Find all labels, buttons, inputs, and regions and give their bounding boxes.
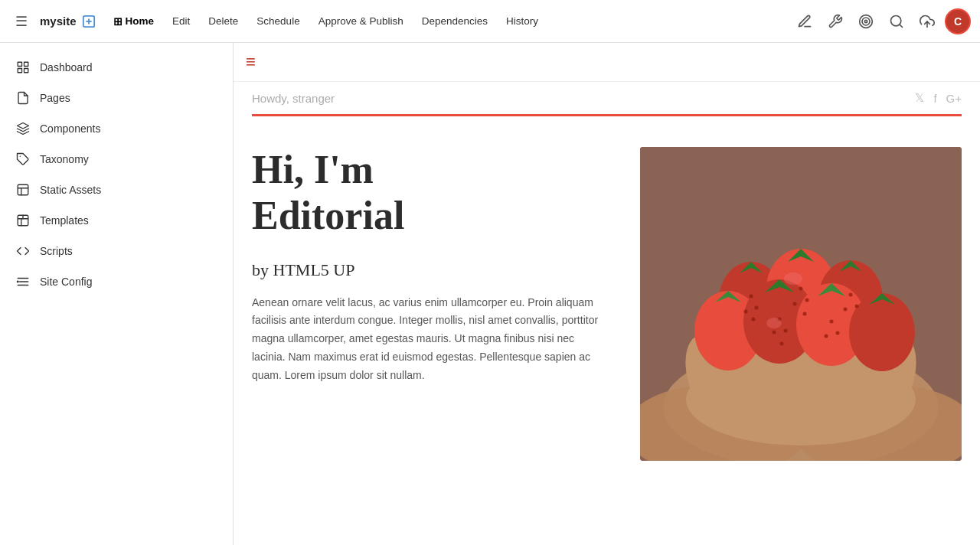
svg-point-49: [755, 306, 759, 310]
hamburger-menu[interactable]: ☰: [9, 9, 34, 34]
sidebar-item-label: Components: [40, 122, 100, 135]
svg-point-65: [825, 335, 828, 338]
preview-hamburger-icon[interactable]: ≡: [246, 52, 256, 72]
googleplus-icon[interactable]: G+: [946, 92, 962, 105]
topbar: ☰ mysite ⊞ Home Edit Delete Schedule App…: [0, 0, 980, 43]
svg-point-61: [773, 331, 776, 335]
user-avatar[interactable]: C: [945, 8, 971, 34]
components-icon: [15, 121, 31, 136]
twitter-icon[interactable]: 𝕏: [915, 91, 924, 105]
svg-point-55: [803, 312, 807, 316]
target-icon-button[interactable]: [853, 8, 879, 34]
hamburger-icon: ☰: [15, 13, 28, 30]
nav-item-dependencies[interactable]: Dependencies: [414, 11, 495, 31]
pages-icon: [15, 90, 31, 106]
site-config-icon: [15, 274, 31, 289]
svg-point-51: [752, 318, 756, 321]
svg-point-54: [793, 302, 797, 306]
svg-point-52: [799, 287, 803, 291]
svg-point-57: [855, 305, 859, 308]
nav-item-history[interactable]: History: [498, 11, 546, 31]
pencil-icon-button[interactable]: [792, 8, 818, 34]
svg-rect-9: [18, 62, 21, 66]
svg-rect-15: [18, 184, 28, 195]
site-subheading: by HTML5 UP: [252, 260, 609, 280]
svg-point-5: [864, 20, 867, 22]
sidebar-item-label: Scripts: [40, 245, 73, 257]
nav-item-approve-publish[interactable]: Approve & Publish: [311, 11, 411, 31]
svg-point-58: [844, 308, 848, 312]
site-greeting: Howdy, stranger: [252, 92, 335, 105]
site-nav: Howdy, stranger 𝕏 f G+: [234, 82, 980, 114]
sidebar-item-scripts[interactable]: Scripts: [0, 236, 233, 266]
templates-icon: [15, 213, 31, 228]
site-image: [640, 147, 962, 461]
cloud-icon-button[interactable]: [914, 8, 940, 34]
dashboard-icon: [15, 60, 31, 75]
sidebar-item-label: Pages: [40, 92, 70, 104]
svg-line-7: [900, 24, 903, 27]
main-layout: Dashboard Pages Components: [0, 43, 980, 545]
scripts-icon: [15, 243, 31, 259]
svg-point-4: [862, 18, 870, 25]
preview-header: ≡: [234, 43, 980, 82]
svg-point-46: [849, 293, 915, 371]
nav-item-schedule[interactable]: Schedule: [249, 11, 307, 31]
sidebar-item-label: Site Config: [40, 276, 92, 288]
sidebar-item-dashboard[interactable]: Dashboard: [0, 52, 233, 83]
strawberry-image: [640, 147, 962, 461]
svg-point-56: [849, 293, 853, 297]
search-icon-button[interactable]: [884, 8, 910, 34]
sidebar-item-label: Templates: [40, 214, 89, 227]
svg-point-48: [750, 295, 753, 299]
sidebar-item-label: Dashboard: [40, 61, 93, 73]
social-links: 𝕏 f G+: [915, 91, 962, 105]
static-assets-icon: [15, 182, 31, 197]
preview-wrapper: ≡ Howdy, stranger 𝕏 f G+ Hi, I'm Editori…: [234, 43, 980, 502]
sidebar-item-taxonomy[interactable]: Taxonomy: [0, 144, 233, 175]
site-body: Hi, I'm Editorial by HTML5 UP Aenean orn…: [234, 116, 980, 491]
svg-marker-13: [18, 123, 29, 129]
site-text-content: Hi, I'm Editorial by HTML5 UP Aenean orn…: [252, 147, 609, 385]
wrench-icon-button[interactable]: [822, 8, 848, 34]
sidebar-item-static-assets[interactable]: Static Assets: [0, 175, 233, 205]
site-paragraph: Aenean ornare velit lacus, ac varius eni…: [252, 294, 609, 385]
nav-item-home[interactable]: ⊞ Home: [106, 11, 162, 32]
svg-rect-12: [18, 69, 21, 73]
sidebar: Dashboard Pages Components: [0, 43, 234, 545]
site-headline: Hi, I'm Editorial: [252, 147, 609, 239]
svg-rect-11: [24, 69, 28, 73]
facebook-icon[interactable]: f: [933, 92, 936, 105]
brand-name: mysite: [40, 15, 77, 28]
svg-point-64: [836, 331, 840, 335]
svg-point-62: [780, 342, 784, 346]
sidebar-item-label: Taxonomy: [40, 153, 89, 165]
nav-item-delete[interactable]: Delete: [201, 11, 246, 31]
svg-point-21: [18, 281, 19, 282]
home-icon: ⊞: [113, 15, 122, 28]
svg-point-67: [766, 318, 782, 328]
sidebar-item-components[interactable]: Components: [0, 113, 233, 144]
svg-point-60: [784, 329, 788, 333]
svg-point-66: [784, 272, 802, 285]
svg-point-50: [744, 310, 748, 314]
topbar-right: C: [792, 8, 971, 34]
svg-point-3: [860, 15, 873, 28]
add-page-icon[interactable]: [81, 14, 96, 29]
topbar-nav: ⊞ Home Edit Delete Schedule Approve & Pu…: [106, 11, 792, 32]
sidebar-item-templates[interactable]: Templates: [0, 205, 233, 236]
content-area: ≡ Howdy, stranger 𝕏 f G+ Hi, I'm Editori…: [234, 43, 980, 545]
sidebar-item-label: Static Assets: [40, 184, 101, 196]
taxonomy-icon: [15, 152, 31, 167]
svg-rect-10: [24, 62, 28, 66]
sidebar-item-pages[interactable]: Pages: [0, 83, 233, 113]
nav-item-edit[interactable]: Edit: [165, 11, 198, 31]
sidebar-item-site-config[interactable]: Site Config: [0, 266, 233, 297]
svg-point-53: [805, 299, 809, 302]
svg-point-63: [830, 320, 834, 324]
